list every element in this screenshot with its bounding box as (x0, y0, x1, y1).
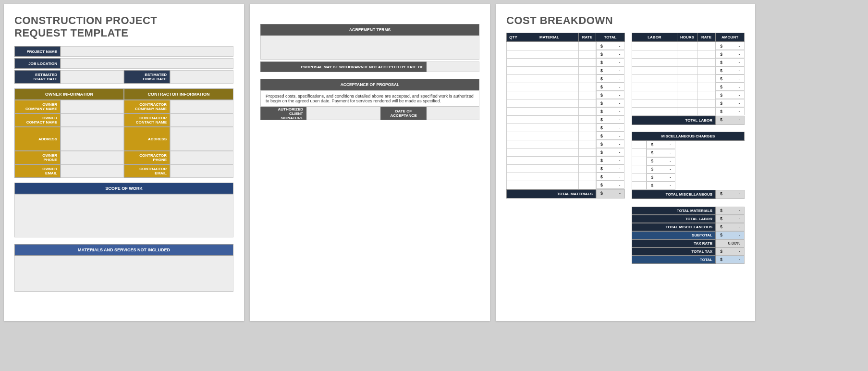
cell-material[interactable] (520, 42, 579, 50)
cell-qty[interactable] (507, 83, 520, 91)
cell-labor[interactable] (632, 58, 677, 66)
cell-rate[interactable] (578, 164, 596, 173)
cell-rate[interactable] (578, 107, 596, 115)
cell-rate[interactable] (578, 124, 596, 132)
contractor-email-input[interactable] (170, 164, 233, 178)
cell-qty[interactable] (507, 164, 520, 173)
cell-rate[interactable] (578, 148, 596, 156)
cell-qty[interactable] (507, 74, 520, 83)
cell-material[interactable] (520, 164, 579, 173)
cell-misc-desc[interactable] (632, 157, 646, 165)
cell-lrate[interactable] (697, 91, 716, 99)
cell-lrate[interactable] (697, 83, 716, 91)
cell-lrate[interactable] (697, 99, 716, 107)
cell-qty[interactable] (507, 99, 520, 107)
scope-input[interactable] (14, 194, 233, 237)
cell-rate[interactable] (578, 115, 596, 124)
cell-material[interactable] (520, 124, 579, 132)
cell-rate[interactable] (578, 91, 596, 99)
cell-rate[interactable] (578, 173, 596, 181)
cell-qty[interactable] (507, 66, 520, 74)
cell-misc-desc[interactable] (632, 182, 646, 190)
cell-rate[interactable] (578, 50, 596, 58)
cell-qty[interactable] (507, 58, 520, 66)
cell-material[interactable] (520, 156, 579, 164)
cell-hours[interactable] (677, 50, 697, 58)
withdraw-date-input[interactable] (427, 62, 479, 72)
cell-qty[interactable] (507, 42, 520, 50)
cell-rate[interactable] (578, 140, 596, 148)
cell-lrate[interactable] (697, 50, 716, 58)
cell-qty[interactable] (507, 91, 520, 99)
cell-lrate[interactable] (697, 74, 716, 83)
signature-input[interactable] (306, 107, 380, 120)
cell-labor[interactable] (632, 66, 677, 74)
cell-material[interactable] (520, 140, 579, 148)
cell-hours[interactable] (677, 91, 697, 99)
cell-hours[interactable] (677, 42, 697, 50)
cell-material[interactable] (520, 50, 579, 58)
cell-material[interactable] (520, 74, 579, 83)
cell-hours[interactable] (677, 66, 697, 74)
project-name-input[interactable] (61, 46, 233, 57)
cell-labor[interactable] (632, 99, 677, 107)
cell-labor[interactable] (632, 42, 677, 50)
contractor-address-input[interactable] (170, 127, 233, 151)
cell-qty[interactable] (507, 148, 520, 156)
cell-qty[interactable] (507, 173, 520, 181)
cell-lrate[interactable] (697, 42, 716, 50)
cell-labor[interactable] (632, 50, 677, 58)
owner-address-input[interactable] (61, 127, 124, 151)
cell-qty[interactable] (507, 156, 520, 164)
cell-rate[interactable] (578, 83, 596, 91)
materials-input[interactable] (14, 256, 233, 292)
cell-rate[interactable] (578, 181, 596, 189)
est-start-input[interactable] (61, 70, 124, 84)
cell-qty[interactable] (507, 132, 520, 140)
cell-misc-desc[interactable] (632, 165, 646, 173)
cell-qty[interactable] (507, 50, 520, 58)
cell-labor[interactable] (632, 74, 677, 83)
cell-rate[interactable] (578, 66, 596, 74)
cell-qty[interactable] (507, 107, 520, 115)
cell-material[interactable] (520, 58, 579, 66)
cell-qty[interactable] (507, 140, 520, 148)
acceptance-date-input[interactable] (427, 107, 479, 120)
cell-rate[interactable] (578, 42, 596, 50)
cell-qty[interactable] (507, 115, 520, 124)
cell-material[interactable] (520, 66, 579, 74)
cell-lrate[interactable] (697, 66, 716, 74)
cell-material[interactable] (520, 99, 579, 107)
cell-rate[interactable] (578, 156, 596, 164)
cell-qty[interactable] (507, 124, 520, 132)
cell-misc-desc[interactable] (632, 140, 646, 149)
contractor-company-input[interactable] (170, 100, 233, 113)
cell-hours[interactable] (677, 83, 697, 91)
owner-phone-input[interactable] (61, 151, 124, 164)
est-finish-input[interactable] (170, 70, 233, 84)
contractor-phone-input[interactable] (170, 151, 233, 164)
cell-material[interactable] (520, 107, 579, 115)
sum-taxrate-val[interactable]: 0.00% (716, 239, 745, 247)
cell-hours[interactable] (677, 74, 697, 83)
cell-material[interactable] (520, 132, 579, 140)
cell-qty[interactable] (507, 181, 520, 189)
owner-company-input[interactable] (61, 100, 124, 113)
cell-material[interactable] (520, 115, 579, 124)
cell-labor[interactable] (632, 107, 677, 115)
cell-rate[interactable] (578, 99, 596, 107)
cell-rate[interactable] (578, 58, 596, 66)
cell-misc-desc[interactable] (632, 173, 646, 182)
cell-material[interactable] (520, 181, 579, 189)
cell-labor[interactable] (632, 91, 677, 99)
cell-hours[interactable] (677, 107, 697, 115)
owner-contact-input[interactable] (61, 113, 124, 127)
cell-misc-desc[interactable] (632, 149, 646, 157)
cell-rate[interactable] (578, 74, 596, 83)
agreement-input[interactable] (260, 36, 479, 60)
cell-material[interactable] (520, 83, 579, 91)
cell-labor[interactable] (632, 83, 677, 91)
cell-hours[interactable] (677, 58, 697, 66)
owner-email-input[interactable] (61, 164, 124, 178)
cell-material[interactable] (520, 91, 579, 99)
